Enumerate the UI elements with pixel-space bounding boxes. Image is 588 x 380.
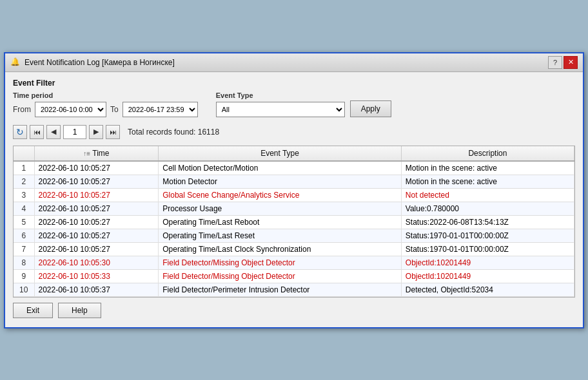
cell-time: 2022-06-10 10:05:27 [34,229,159,242]
table-header: ↑≡ Time Event Type Description [14,146,574,161]
title-bar: 🔔 Event Notification Log [Камера в Ногин… [5,53,583,72]
to-datetime-select[interactable]: 2022-06-17 23:59 [122,102,198,117]
help-title-btn[interactable]: ? [548,56,562,69]
cell-description: Motion in the scene: active [401,161,574,175]
time-period-label: Time period [13,91,198,99]
table-row[interactable]: 2 2022-06-10 10:05:27 Motion Detector Mo… [14,175,574,188]
cell-time: 2022-06-10 10:05:33 [34,269,159,283]
filter-title: Event Filter [13,79,575,88]
cell-time: 2022-06-10 10:05:27 [34,188,159,202]
window-title: Event Notification Log [Камера в Ногинск… [24,58,175,67]
next-page-button[interactable]: ▶ [89,125,103,139]
col-header-description: Description [401,146,574,161]
time-period-group: Time period From 2022-06-10 0:00 To 2022… [13,91,198,117]
cell-time: 2022-06-10 10:05:27 [34,202,159,215]
event-type-group: Event Type All [216,91,345,117]
cell-description: Motion in the scene: active [401,175,574,188]
filter-row: Time period From 2022-06-10 0:00 To 2022… [13,91,575,117]
prev-page-button[interactable]: ◀ [46,125,61,139]
table-row[interactable]: 8 2022-06-10 10:05:30 Field Detector/Mis… [14,256,574,269]
cell-event-type: Operating Time/Last Reboot [159,215,402,229]
exit-button[interactable]: Exit [13,303,53,318]
close-btn[interactable]: ✕ [564,56,578,69]
cell-id: 7 [14,242,34,256]
cell-event-type: Motion Detector [159,175,402,188]
cell-description: ObjectId:10201449 [401,269,574,283]
event-type-label: Event Type [216,91,345,99]
cell-event-type: Operating Time/Last Clock Synchronizatio… [159,242,402,256]
cell-time: 2022-06-10 10:05:27 [34,242,159,256]
table-row[interactable]: 10 2022-06-10 10:05:37 Field Detector/Pe… [14,283,574,296]
cell-event-type: Operating Time/Last Reset [159,229,402,242]
cell-id: 6 [14,229,34,242]
pagination-bar: ↻ ⏮ ◀ ▶ ⏭ Total records found: 16118 [13,122,575,142]
cell-description: Not detected [401,188,574,202]
cell-id: 4 [14,202,34,215]
filter-section: Event Filter Time period From 2022-06-10… [13,79,575,117]
apply-button[interactable]: Apply [350,100,391,117]
window-body: Event Filter Time period From 2022-06-10… [5,72,583,327]
events-table: ↑≡ Time Event Type Description 1 2022-06… [14,146,574,297]
cell-event-type: Field Detector/Missing Object Detector [159,269,402,283]
table-row[interactable]: 7 2022-06-10 10:05:27 Operating Time/Las… [14,242,574,256]
first-page-button[interactable]: ⏮ [30,125,44,139]
cell-id: 10 [14,283,34,296]
cell-description: Detected, ObjectId:52034 [401,283,574,296]
cell-event-type: Field Detector/Missing Object Detector [159,256,402,269]
cell-id: 8 [14,256,34,269]
filter-controls: From 2022-06-10 0:00 To 2022-06-17 23:59 [13,102,198,117]
col-header-id [14,146,34,161]
cell-description: ObjectId:10201449 [401,256,574,269]
cell-time: 2022-06-10 10:05:37 [34,283,159,296]
cell-id: 3 [14,188,34,202]
cell-event-type: Global Scene Change/Analytics Service [159,188,402,202]
total-records-label: Total records found: 16118 [128,128,219,137]
cell-id: 1 [14,161,34,175]
table-row[interactable]: 4 2022-06-10 10:05:27 Processor Usage Va… [14,202,574,215]
col-header-time[interactable]: ↑≡ Time [34,146,159,161]
table-body: 1 2022-06-10 10:05:27 Cell Motion Detect… [14,161,574,297]
cell-time: 2022-06-10 10:05:27 [34,215,159,229]
cell-time: 2022-06-10 10:05:30 [34,256,159,269]
cell-event-type: Processor Usage [159,202,402,215]
title-bar-left: 🔔 Event Notification Log [Камера в Ногин… [10,57,175,68]
main-window: 🔔 Event Notification Log [Камера в Ногин… [4,52,584,328]
table-row[interactable]: 3 2022-06-10 10:05:27 Global Scene Chang… [14,188,574,202]
sort-icon: ↑≡ [83,150,90,157]
last-page-button[interactable]: ⏭ [106,125,120,139]
table-container: ↑≡ Time Event Type Description 1 2022-06… [13,146,575,298]
to-label: To [110,105,119,114]
from-label: From [13,105,31,114]
cell-description: Value:0.780000 [401,202,574,215]
title-buttons: ? ✕ [548,56,578,69]
bottom-bar: Exit Help [13,298,575,321]
cell-description: Status:2022-06-08T13:54:13Z [401,215,574,229]
event-type-select[interactable]: All [216,102,345,117]
cell-description: Status:1970-01-01T00:00:00Z [401,242,574,256]
cell-description: Status:1970-01-01T00:00:00Z [401,229,574,242]
cell-time: 2022-06-10 10:05:27 [34,161,159,175]
col-header-event-type: Event Type [159,146,402,161]
window-icon: 🔔 [10,57,21,68]
from-datetime-select[interactable]: 2022-06-10 0:00 [35,102,106,117]
cell-time: 2022-06-10 10:05:27 [34,175,159,188]
cell-event-type: Cell Motion Detector/Motion [159,161,402,175]
page-number-input[interactable] [63,125,86,139]
refresh-button[interactable]: ↻ [13,125,27,139]
cell-id: 5 [14,215,34,229]
cell-event-type: Field Detector/Perimeter Intrusion Detec… [159,283,402,296]
help-button[interactable]: Help [58,303,101,318]
table-row[interactable]: 5 2022-06-10 10:05:27 Operating Time/Las… [14,215,574,229]
table-row[interactable]: 1 2022-06-10 10:05:27 Cell Motion Detect… [14,161,574,175]
cell-id: 2 [14,175,34,188]
cell-id: 9 [14,269,34,283]
table-row[interactable]: 6 2022-06-10 10:05:27 Operating Time/Las… [14,229,574,242]
event-type-controls: All [216,102,345,117]
table-row[interactable]: 9 2022-06-10 10:05:33 Field Detector/Mis… [14,269,574,283]
